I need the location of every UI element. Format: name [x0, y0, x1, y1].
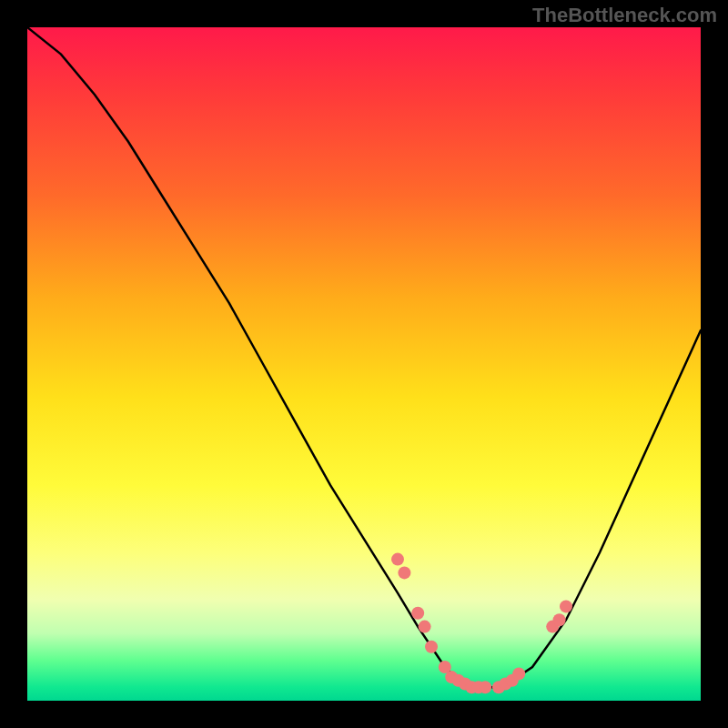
data-marker: [512, 667, 525, 680]
watermark-label: TheBottleneck.com: [532, 4, 717, 27]
data-marker: [553, 613, 566, 626]
bottleneck-curve: [27, 27, 701, 687]
chart-plot-area: [27, 27, 701, 701]
data-marker: [425, 641, 438, 653]
data-marker: [391, 553, 404, 566]
data-marker: [419, 621, 431, 633]
data-marker: [560, 600, 572, 612]
data-marker: [479, 681, 491, 693]
marker-group: [391, 553, 572, 694]
data-marker: [411, 607, 424, 620]
chart-svg: [27, 27, 701, 701]
data-marker: [398, 566, 410, 579]
